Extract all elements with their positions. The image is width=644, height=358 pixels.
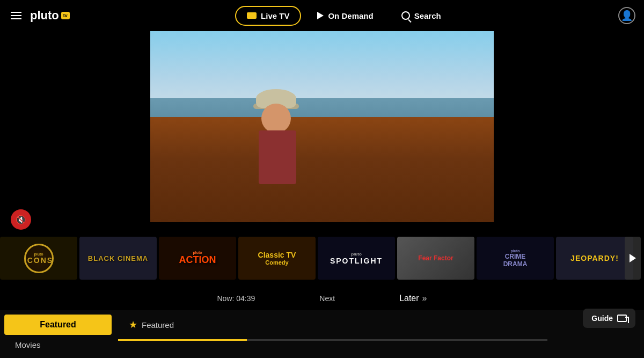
crime-drama-wrapper: pluto CRIME DRAMA bbox=[477, 237, 554, 280]
guide-icon bbox=[617, 315, 627, 322]
channel-strip: pluto ICONS BLACK CINEMA pluto ACTION Cl… bbox=[0, 235, 644, 282]
icons-pluto-text: pluto bbox=[34, 252, 43, 256]
classic-tv-logo: Classic TV Comedy bbox=[258, 251, 296, 266]
tv-icon bbox=[247, 12, 257, 19]
header: pluto tv Live TV On Demand Search 👤 bbox=[0, 0, 644, 31]
bottom-bar: Featured Movies ★ Featured Guide bbox=[0, 310, 644, 358]
action-pluto-text: pluto bbox=[193, 251, 202, 254]
next-label: Next bbox=[319, 294, 335, 303]
channel-classic-tv[interactable]: Classic TV Comedy bbox=[238, 237, 316, 280]
channel-strip-next-button[interactable] bbox=[625, 237, 641, 280]
live-tv-button[interactable]: Live TV bbox=[235, 6, 301, 26]
content-guide-bar: ★ Featured bbox=[118, 315, 644, 331]
featured-button[interactable]: Featured bbox=[4, 315, 112, 335]
logo-text: pluto bbox=[30, 9, 59, 23]
menu-button[interactable] bbox=[9, 10, 24, 21]
progress-bar-fill bbox=[118, 339, 247, 341]
header-nav: Live TV On Demand Search bbox=[235, 6, 453, 26]
chevron-right-icon bbox=[630, 254, 636, 262]
time-bar: Now: 04:39 Next Later » bbox=[0, 287, 644, 310]
channel-jeopardy[interactable]: JEOPARDY! bbox=[556, 237, 633, 280]
crime-drama-logo: pluto CRIME DRAMA bbox=[503, 249, 528, 268]
double-arrow-icon: » bbox=[422, 294, 427, 303]
channel-icons[interactable]: pluto ICONS bbox=[0, 237, 77, 280]
later-label: Later » bbox=[399, 294, 427, 303]
later-text: Later bbox=[399, 294, 419, 303]
video-content bbox=[150, 31, 494, 222]
classic-comedy-text: Comedy bbox=[265, 259, 288, 266]
header-right: 👤 bbox=[618, 7, 635, 24]
right-panel bbox=[494, 31, 644, 234]
jeopardy-wrapper: JEOPARDY! bbox=[556, 237, 633, 280]
guide-label: Guide bbox=[591, 314, 613, 323]
search-icon bbox=[401, 11, 410, 20]
content-featured-label: Featured bbox=[142, 320, 174, 330]
icons-text: ICONS bbox=[24, 256, 53, 265]
movies-item[interactable]: Movies bbox=[4, 336, 114, 354]
sidebar-nav: Featured Movies bbox=[0, 315, 118, 354]
user-avatar[interactable]: 👤 bbox=[618, 7, 635, 24]
jeopardy-label: JEOPARDY! bbox=[570, 254, 619, 262]
play-icon bbox=[317, 12, 324, 19]
mute-button[interactable]: 🔇 bbox=[11, 209, 31, 230]
live-tv-label: Live TV bbox=[261, 11, 289, 20]
spotlight-logo: pluto SPOTLIGHT bbox=[330, 252, 383, 265]
search-button[interactable]: Search bbox=[390, 6, 453, 26]
drama-text: DRAMA bbox=[503, 260, 528, 268]
crime-pluto-text: pluto bbox=[510, 249, 519, 253]
on-demand-label: On Demand bbox=[328, 11, 373, 20]
fear-factor-wrapper: Fear Factor bbox=[397, 237, 474, 280]
action-label-wrapper: pluto ACTION bbox=[159, 237, 236, 280]
fear-factor-label: Fear Factor bbox=[397, 237, 474, 280]
channel-action[interactable]: pluto ACTION bbox=[159, 237, 236, 280]
now-label: Now: 04:39 bbox=[217, 294, 255, 303]
spotlight-pluto-text: pluto bbox=[351, 252, 362, 257]
classic-tv-text: Classic TV bbox=[258, 251, 296, 259]
icons-logo-ring: pluto ICONS bbox=[24, 244, 54, 273]
progress-bar bbox=[118, 339, 547, 341]
left-panel bbox=[0, 31, 150, 234]
search-label: Search bbox=[414, 11, 441, 20]
logo[interactable]: pluto tv bbox=[30, 9, 70, 23]
channel-black-cinema[interactable]: BLACK CINEMA bbox=[79, 237, 157, 280]
logo-tv-badge: tv bbox=[61, 12, 70, 19]
star-icon: ★ bbox=[129, 319, 137, 331]
mute-icon: 🔇 bbox=[16, 215, 26, 225]
crime-text: CRIME bbox=[505, 253, 526, 260]
spotlight-text: SPOTLIGHT bbox=[330, 257, 383, 265]
black-cinema-label: BLACK CINEMA bbox=[88, 254, 148, 262]
guide-button[interactable]: Guide bbox=[583, 309, 635, 328]
channel-spotlight[interactable]: pluto SPOTLIGHT bbox=[318, 237, 395, 280]
video-player[interactable] bbox=[150, 31, 494, 222]
spotlight-wrapper: pluto SPOTLIGHT bbox=[318, 237, 395, 280]
icons-label: pluto ICONS bbox=[0, 237, 77, 280]
channel-fear-factor[interactable]: Fear Factor bbox=[397, 237, 474, 280]
user-icon: 👤 bbox=[621, 10, 633, 21]
black-cinema-label-wrapper: BLACK CINEMA bbox=[79, 237, 157, 280]
header-left: pluto tv bbox=[9, 9, 70, 23]
on-demand-button[interactable]: On Demand bbox=[305, 6, 385, 26]
classic-tv-wrapper: Classic TV Comedy bbox=[238, 237, 316, 280]
channel-crime-drama[interactable]: pluto CRIME DRAMA bbox=[477, 237, 554, 280]
action-label: ACTION bbox=[179, 254, 216, 266]
